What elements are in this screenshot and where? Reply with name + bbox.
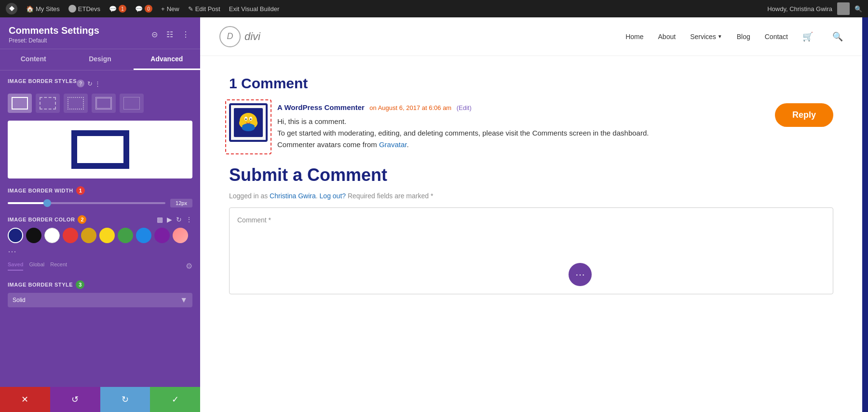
border-width-slider-track[interactable] bbox=[8, 202, 165, 204]
tab-content[interactable]: Content bbox=[0, 49, 67, 70]
border-width-value[interactable]: 12px bbox=[170, 199, 192, 207]
search-icon[interactable]: 🔍 bbox=[832, 31, 843, 42]
color-tab-saved[interactable]: Saved bbox=[8, 261, 23, 271]
required-text: Required fields are marked * bbox=[348, 192, 433, 200]
nav-services[interactable]: Services ▼ bbox=[690, 33, 722, 41]
border-style-solid[interactable] bbox=[8, 94, 32, 113]
dark-right-sidebar bbox=[862, 17, 868, 412]
howdy-label: Howdy, Christina Gwira bbox=[767, 5, 832, 13]
comments-section: 1 Comment bbox=[200, 56, 862, 412]
floating-dots-button[interactable]: ⋯ bbox=[569, 263, 592, 286]
color-tab-recent[interactable]: Recent bbox=[50, 261, 67, 271]
new-content-menu[interactable]: + New bbox=[161, 5, 179, 13]
more-color-btn[interactable]: ⋮ bbox=[186, 216, 192, 223]
reset-color-btn[interactable]: ↻ bbox=[176, 216, 182, 223]
logged-in-as-text: Logged in as bbox=[229, 192, 268, 200]
sidebar-preset[interactable]: Preset: Default bbox=[9, 37, 99, 44]
sidebar-bottom-bar: ✕ ↺ ↻ ✓ bbox=[0, 387, 200, 412]
color-swatch-navy[interactable] bbox=[8, 228, 23, 243]
redo-button[interactable]: ↻ bbox=[100, 387, 150, 412]
undo-button[interactable]: ↺ bbox=[50, 387, 100, 412]
more-border-styles-btn[interactable]: ⋮ bbox=[95, 80, 101, 87]
edit-post-label: Edit Post bbox=[195, 5, 220, 13]
nav-home[interactable]: Home bbox=[625, 33, 643, 41]
border-style-badge: 3 bbox=[76, 280, 84, 289]
color-swatch-yellow[interactable] bbox=[99, 228, 115, 243]
avatar-icon bbox=[234, 108, 263, 137]
border-style-select[interactable]: Solid Dashed Dotted Double None bbox=[8, 293, 192, 307]
cart-icon[interactable]: 🛒 bbox=[802, 31, 813, 42]
color-tab-global[interactable]: Global bbox=[29, 261, 44, 271]
comment-text-3: Commenter avatars come from Gravatar. bbox=[277, 139, 833, 151]
comment-count-title: 1 Comment bbox=[229, 75, 833, 92]
divi-logo-text: divi bbox=[244, 30, 260, 43]
divi-logo-icon[interactable]: D bbox=[219, 26, 241, 47]
site-nav: D divi Home About Services ▼ Blog Contac… bbox=[200, 17, 862, 56]
cursor-icon[interactable]: ▶ bbox=[167, 216, 172, 223]
admin-avatar[interactable] bbox=[837, 2, 850, 15]
nav-blog[interactable]: Blog bbox=[737, 33, 750, 41]
comment-avatar-wrapper bbox=[229, 103, 268, 151]
color-swatch-salmon[interactable] bbox=[173, 228, 188, 243]
exit-vb-btn[interactable]: Exit Visual Builder bbox=[229, 5, 280, 13]
color-swatch-black[interactable] bbox=[26, 228, 41, 243]
nav-about[interactable]: About bbox=[658, 33, 676, 41]
logged-in-user-link[interactable]: Christina Gwira bbox=[270, 192, 316, 200]
logout-link[interactable]: Log out? bbox=[320, 192, 346, 200]
color-settings-icon[interactable]: ⚙ bbox=[186, 261, 192, 271]
wp-logo-icon[interactable]: ❖ bbox=[6, 3, 17, 14]
chevron-down-icon: ▼ bbox=[718, 34, 722, 39]
slider-thumb[interactable] bbox=[43, 199, 51, 207]
color-swatch-blue[interactable] bbox=[136, 228, 151, 243]
comment-text-2: To get started with moderating, editing,… bbox=[277, 127, 833, 139]
border-preview-inner bbox=[71, 130, 129, 169]
border-style-dotted-sm[interactable] bbox=[36, 94, 60, 113]
layout-icon[interactable]: ☷ bbox=[164, 29, 175, 40]
comment-count-badge: 1 bbox=[119, 5, 126, 13]
content-area: D divi Home About Services ▼ Blog Contac… bbox=[200, 17, 862, 412]
color-swatch-gold[interactable] bbox=[81, 228, 96, 243]
border-style-none[interactable] bbox=[120, 94, 144, 113]
et-devs-menu[interactable]: ETDevs bbox=[68, 5, 100, 13]
notifications-menu[interactable]: 💬 0 bbox=[135, 5, 152, 13]
sidebar-title-group: Comments Settings Preset: Default bbox=[9, 25, 99, 44]
nav-contact[interactable]: Contact bbox=[765, 33, 788, 41]
color-swatch-green[interactable] bbox=[118, 228, 133, 243]
border-color-badge: 2 bbox=[78, 215, 86, 224]
color-swatches-row bbox=[8, 228, 192, 243]
svg-point-6 bbox=[250, 119, 252, 120]
my-sites-menu[interactable]: 🏠 My Sites bbox=[26, 5, 60, 13]
search-icon[interactable]: 🔍 bbox=[854, 5, 862, 13]
more-icon[interactable]: ⋮ bbox=[180, 29, 191, 40]
help-icon[interactable]: ? bbox=[77, 80, 84, 87]
border-color-label: Image Border Color bbox=[8, 217, 75, 222]
expand-icon[interactable]: ⊝ bbox=[149, 29, 160, 40]
mobile-icon[interactable]: ▩ bbox=[157, 216, 163, 223]
comments-settings-sidebar: Comments Settings Preset: Default ⊝ ☷ ⋮ … bbox=[0, 17, 200, 412]
border-style-dotted-lg[interactable] bbox=[64, 94, 88, 113]
reset-border-styles-btn[interactable]: ↻ bbox=[87, 80, 93, 87]
color-swatch-purple[interactable] bbox=[154, 228, 170, 243]
image-border-styles-section: Image Border Styles ? ↻ ⋮ bbox=[8, 78, 192, 113]
color-swatch-white[interactable] bbox=[44, 228, 60, 243]
comment-meta: A WordPress Commenter on August 6, 2017 … bbox=[277, 103, 833, 112]
comment-edit-link[interactable]: (Edit) bbox=[457, 104, 472, 111]
comments-menu[interactable]: 💬 1 bbox=[109, 5, 126, 13]
sidebar-tabs: Content Design Advanced bbox=[0, 49, 200, 70]
color-swatch-red[interactable] bbox=[63, 228, 78, 243]
reply-button[interactable]: Reply bbox=[775, 103, 833, 127]
image-border-width-section: Image Border Width 1 12px bbox=[8, 186, 192, 207]
border-style-double[interactable] bbox=[92, 94, 116, 113]
site-logo: D divi bbox=[219, 26, 260, 47]
comment-body: A WordPress Commenter on August 6, 2017 … bbox=[277, 103, 833, 151]
tab-design[interactable]: Design bbox=[67, 49, 133, 70]
gravatar-link[interactable]: Gravatar bbox=[379, 140, 407, 149]
more-dots-icon[interactable]: ⋯ bbox=[8, 246, 192, 257]
tab-advanced[interactable]: Advanced bbox=[134, 49, 200, 70]
border-style-options bbox=[8, 94, 192, 113]
cancel-button[interactable]: ✕ bbox=[0, 387, 50, 412]
edit-post-btn[interactable]: ✎ Edit Post bbox=[188, 5, 220, 13]
comment-period: . bbox=[407, 140, 408, 149]
submit-comment-section: Submit a Comment Logged in as Christina … bbox=[229, 165, 833, 294]
save-button[interactable]: ✓ bbox=[150, 387, 200, 412]
